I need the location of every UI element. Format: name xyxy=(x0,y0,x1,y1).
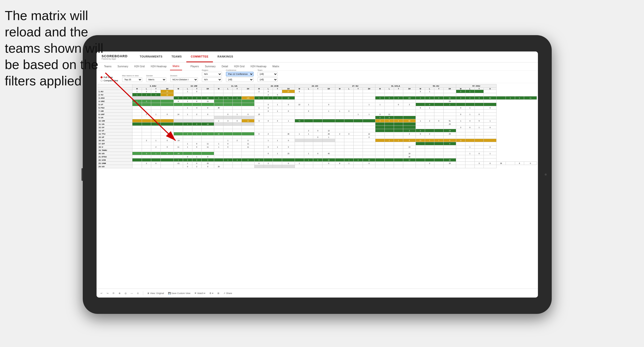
matrix-cell xyxy=(282,158,295,162)
ua-l: L xyxy=(223,88,232,90)
matrix-cell xyxy=(474,129,484,132)
matrix-cell xyxy=(254,100,264,103)
matrix-cell: 1 xyxy=(465,113,474,116)
conference-select[interactable]: Pac-12 Conference xyxy=(226,72,254,76)
matrix-cell xyxy=(223,129,232,132)
matrix-cell xyxy=(151,129,161,132)
matrix-cell xyxy=(323,100,335,103)
uw-dif: Dif xyxy=(201,88,214,90)
clock-button[interactable]: ⊙ xyxy=(137,292,139,295)
matrix-cell xyxy=(443,126,456,129)
matrix-cell xyxy=(434,126,443,129)
matrix-cell xyxy=(416,152,425,155)
matrix-cell xyxy=(232,132,242,136)
center-button[interactable]: ◎ xyxy=(125,292,127,295)
matrix-cell xyxy=(304,113,313,116)
matrix-cell xyxy=(161,129,174,132)
matrix-cell xyxy=(264,126,273,129)
matrix-cell xyxy=(434,165,443,168)
matrix-cell: 11 xyxy=(201,145,214,149)
matrix-cell xyxy=(161,119,174,123)
matrix-cell: 1 xyxy=(183,100,192,103)
sub-nav-h2h-heatmap[interactable]: H2H Heatmap xyxy=(148,63,169,70)
watch-button[interactable]: 👁 Watch ▾ xyxy=(194,292,205,295)
nav-teams[interactable]: TEAMS xyxy=(167,51,186,62)
matrix-scroll-area[interactable]: 3. ASU 10. UW 11. UA 22. UCB 24. UO 27. … xyxy=(97,83,538,288)
matrix-cell xyxy=(201,129,214,132)
matrix-cell xyxy=(363,165,375,168)
matrix-cell: 3 xyxy=(474,162,484,165)
matrix-cell xyxy=(425,136,434,139)
matrix-cell xyxy=(232,126,242,129)
matrix-cell: 0 xyxy=(192,145,201,149)
matrix-cell xyxy=(416,142,425,145)
matrix-cell xyxy=(335,113,344,116)
matrix-cell: 0 xyxy=(443,142,456,145)
matrix-cell: 0 xyxy=(264,106,273,109)
sub-nav-summary[interactable]: Summary xyxy=(115,63,131,70)
matrix-cell xyxy=(375,162,385,165)
matrix-cell xyxy=(425,152,434,155)
matrix-cell: 11 xyxy=(385,113,394,116)
matrix-cell: 0 xyxy=(264,90,273,93)
matrix-cell: 120 xyxy=(242,96,255,100)
minus-button[interactable]: — xyxy=(131,292,133,295)
region-select-2[interactable]: N/A xyxy=(202,77,222,82)
matrix-cell xyxy=(484,142,497,145)
matrix-cell xyxy=(456,136,465,139)
matrix-cell xyxy=(385,103,394,106)
matrix-cell xyxy=(232,106,242,109)
matrix-cell: 1 xyxy=(434,139,443,142)
conference-select-2[interactable]: (All) xyxy=(226,77,254,82)
matrix-cell xyxy=(273,132,282,136)
matrix-cell xyxy=(465,109,474,113)
matrix-cell xyxy=(434,129,443,132)
zoom-button[interactable]: ⊕ xyxy=(119,292,121,295)
matrix-cell xyxy=(474,145,484,149)
sub-nav-matrix[interactable]: Matrix xyxy=(170,63,182,70)
matrix-cell xyxy=(242,136,255,139)
matrix-cell: 0 xyxy=(232,96,242,100)
nav-rankings[interactable]: RANKINGS xyxy=(213,51,238,62)
matrix-cell xyxy=(375,145,385,149)
region-select[interactable]: N/A xyxy=(202,72,222,76)
team-select[interactable]: (All) xyxy=(258,72,278,76)
matrix-cell xyxy=(363,116,375,119)
matrix-cell: 29 xyxy=(443,100,456,103)
matrix-cell xyxy=(375,106,385,109)
matrix-cell: 1 xyxy=(183,90,192,93)
save-custom-button[interactable]: 💾 Save Custom View xyxy=(168,292,190,295)
matrix-cell xyxy=(335,155,344,158)
matrix-cell xyxy=(363,109,375,113)
matrix-cell: 0 xyxy=(456,96,465,100)
matrix-cell xyxy=(354,142,363,145)
matrix-cell xyxy=(394,90,403,93)
row-header-cell: 21. ETSU xyxy=(98,155,132,158)
refresh-button[interactable]: ⟳ xyxy=(113,292,115,295)
team-select-2[interactable]: (All) xyxy=(258,77,278,82)
row-header-cell: 9. UA xyxy=(98,116,132,119)
share-button[interactable]: ↗ Share xyxy=(223,292,232,295)
view-original-button[interactable]: 🖥 View: Original xyxy=(147,292,164,295)
sub-nav-h2h-grid[interactable]: H2H Grid xyxy=(132,63,147,70)
redo-button[interactable]: ↪ xyxy=(107,292,109,295)
nav-committee[interactable]: COMMITTEE xyxy=(186,51,213,62)
nav-tournaments[interactable]: TOURNAMENTS xyxy=(135,51,167,62)
matrix-cell: 0 xyxy=(484,145,497,149)
matrix-cell xyxy=(142,109,151,113)
max-teams-select[interactable]: Top 25 xyxy=(122,77,142,82)
undo-button[interactable]: ↩ xyxy=(101,292,103,295)
matrix-cell: 1 xyxy=(132,93,142,96)
su-dif: Dif xyxy=(363,88,375,90)
matrix-cell xyxy=(344,116,354,119)
gender-select[interactable]: Men's xyxy=(146,77,166,82)
matrix-cell xyxy=(363,139,375,142)
grid-button[interactable]: ⊞ xyxy=(217,292,219,295)
ua-w: W xyxy=(214,88,223,90)
options-button[interactable]: ⚙ ▾ xyxy=(209,292,213,295)
matrix-cell xyxy=(416,155,425,158)
su-l: L xyxy=(344,88,354,90)
matrix-cell xyxy=(201,126,214,129)
division-select[interactable]: NCAA Division I xyxy=(170,77,198,82)
sub-nav-players[interactable]: Players xyxy=(188,63,201,70)
